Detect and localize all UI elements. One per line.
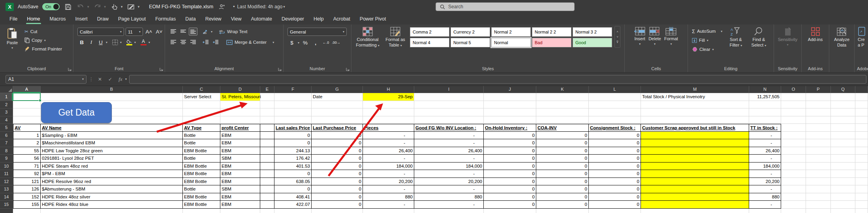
cell-O3[interactable]	[781, 108, 806, 116]
cell-I4[interactable]	[414, 116, 484, 124]
borders-chevron[interactable]: ▾	[120, 41, 122, 44]
cell-Q1[interactable]	[831, 93, 855, 101]
adobe-create-pdf-button[interactable]: ↗ Cre a P	[855, 26, 868, 47]
tab-insert[interactable]: Insert	[71, 13, 91, 24]
row-header-8[interactable]: 8	[0, 147, 13, 155]
cell-I10[interactable]: 184,000	[414, 163, 484, 170]
cell-D9[interactable]: SBM	[220, 155, 260, 163]
cell-G1[interactable]: Date	[312, 93, 363, 101]
cell-O11[interactable]	[781, 170, 806, 178]
cell-C7[interactable]: Bottle	[183, 139, 220, 147]
cell-M12[interactable]	[641, 178, 749, 186]
grow-font-button[interactable]: A˄	[145, 28, 153, 36]
cell-N16[interactable]	[749, 209, 781, 213]
get-data-macro-button[interactable]: Get Data	[41, 102, 112, 123]
cell-H13[interactable]: -	[363, 185, 414, 193]
clear-button[interactable]: Clear ▾	[692, 45, 722, 53]
cell-P10[interactable]	[806, 163, 831, 170]
cell-L8[interactable]: 0	[589, 147, 641, 155]
row-header-6[interactable]: 6	[0, 132, 13, 140]
cell-Q2[interactable]	[831, 101, 855, 109]
cell-I1[interactable]	[414, 93, 484, 101]
align-middle-button[interactable]	[179, 28, 188, 36]
cell-J3[interactable]	[484, 108, 536, 116]
cell-N4[interactable]	[749, 116, 781, 124]
align-center-button[interactable]	[179, 38, 188, 46]
cell-E15[interactable]	[260, 201, 274, 209]
fill-color-button[interactable]	[125, 38, 133, 46]
cell-X1[interactable]	[855, 93, 868, 101]
cell-N2[interactable]	[749, 101, 781, 109]
cell-E13[interactable]	[260, 185, 274, 193]
style-normal-2[interactable]: Normal 2	[491, 27, 531, 37]
cell-K7[interactable]: 0	[536, 139, 589, 147]
cell-A11[interactable]: 92	[13, 170, 41, 178]
cell-H8[interactable]: 26,400	[363, 147, 414, 155]
row-header-15[interactable]: 15	[0, 201, 13, 209]
cell-B1[interactable]	[41, 93, 183, 101]
cell-K11[interactable]: 0	[536, 170, 589, 178]
tab-data[interactable]: Data	[181, 13, 199, 24]
row-header-9[interactable]: 9	[0, 155, 13, 163]
cell-X13[interactable]	[855, 185, 868, 193]
style-normal-2-2[interactable]: Normal 2 2	[532, 27, 571, 37]
cell-D13[interactable]: SBM	[220, 185, 260, 193]
cell-M2[interactable]	[641, 101, 749, 109]
cell-J6[interactable]: 0	[484, 132, 536, 140]
cell-K10[interactable]: 0	[536, 163, 589, 170]
tab-file[interactable]: File	[6, 13, 21, 24]
cell-C15[interactable]: EBM Bottle	[183, 201, 220, 209]
cell-Q9[interactable]	[831, 155, 855, 163]
cell-F11[interactable]: 0	[274, 170, 312, 178]
cell-I11[interactable]: -	[414, 170, 484, 178]
cell-M3[interactable]	[641, 108, 749, 116]
column-header-J[interactable]: J	[484, 86, 536, 93]
cell-M9[interactable]	[641, 155, 749, 163]
tab-page-layout[interactable]: Page Layout	[114, 13, 150, 24]
format-chevron[interactable]: ▾	[670, 42, 672, 47]
cell-H9[interactable]: -	[363, 155, 414, 163]
cell-B6[interactable]: $Sampling - EBM	[41, 132, 183, 140]
cell-B14[interactable]: HDPE Ridex 48oz silver	[41, 193, 183, 201]
cell-A10[interactable]: 71	[13, 163, 41, 170]
cell-O5[interactable]	[781, 124, 806, 132]
alignment-dialog-launcher[interactable]	[278, 67, 282, 71]
paste-chevron[interactable]: ▾	[11, 46, 13, 50]
cell-C3[interactable]	[183, 108, 220, 116]
cell-N15[interactable]: -	[749, 201, 781, 209]
cell-N12[interactable]: 20,200	[749, 178, 781, 186]
cell-N10[interactable]: 184,000	[749, 163, 781, 170]
cell-X9[interactable]	[855, 155, 868, 163]
cell-L6[interactable]: 0	[589, 132, 641, 140]
cell-K8[interactable]: 0	[536, 147, 589, 155]
cell-J5[interactable]: On-Hold Inventory :	[484, 124, 536, 132]
cell-J4[interactable]	[484, 116, 536, 124]
clear-chevron[interactable]: ▾	[712, 48, 714, 51]
cell-N14[interactable]: 880	[749, 193, 781, 201]
cell-M4[interactable]	[641, 116, 749, 124]
cell-H2[interactable]	[363, 101, 414, 109]
cell-O15[interactable]	[781, 201, 806, 209]
cell-H15[interactable]: -	[363, 201, 414, 209]
style-bad[interactable]: Bad	[532, 38, 571, 47]
merge-center-button[interactable]: Merge & Center ▾	[226, 38, 274, 46]
search-input[interactable]: Search	[436, 2, 575, 11]
cell-K6[interactable]: 0	[536, 132, 589, 140]
cell-M13[interactable]	[641, 185, 749, 193]
cell-C16[interactable]	[183, 209, 220, 213]
cell-A13[interactable]: 126	[13, 185, 41, 193]
cell-I14[interactable]: 880	[414, 193, 484, 201]
column-header-C[interactable]: C	[183, 86, 220, 93]
cell-F15[interactable]: 422.07	[274, 201, 312, 209]
number-dialog-launcher[interactable]	[346, 67, 349, 71]
cell-G16[interactable]	[312, 209, 363, 213]
cell-C12[interactable]: EBM Bottle	[183, 178, 220, 186]
cell-K14[interactable]: 0	[536, 193, 589, 201]
tab-macros[interactable]: Macros	[46, 13, 70, 24]
last-modified[interactable]: • Last Modified: 4h ago ▾	[233, 4, 285, 9]
cell-F9[interactable]: 176.42	[274, 155, 312, 163]
cell-E5[interactable]	[260, 124, 274, 132]
cell-G2[interactable]	[312, 101, 363, 109]
addins-button[interactable]: Add-ins	[802, 26, 829, 42]
cell-X14[interactable]	[855, 193, 868, 201]
